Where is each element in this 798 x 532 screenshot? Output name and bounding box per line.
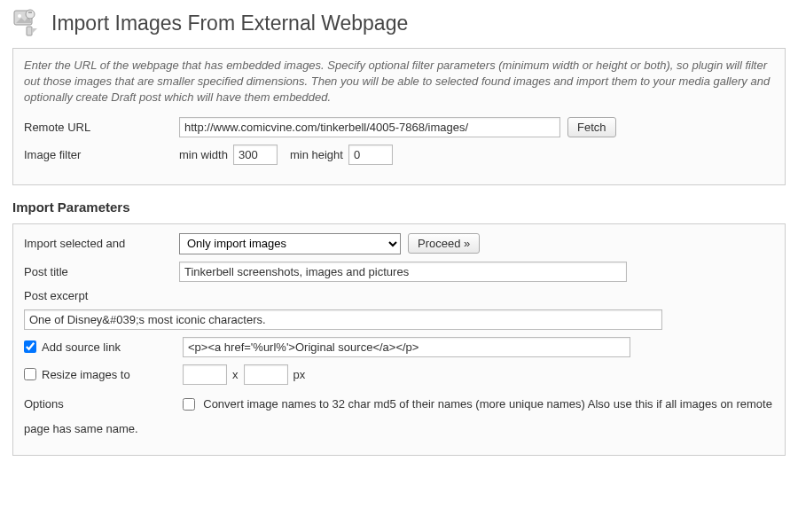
- min-width-input[interactable]: [233, 145, 278, 165]
- svg-rect-3: [28, 12, 32, 13]
- image-filter-label: Image filter: [24, 148, 179, 161]
- post-title-label: Post title: [24, 265, 179, 278]
- media-icon: [12, 7, 44, 39]
- svg-rect-4: [27, 27, 32, 35]
- post-excerpt-label: Post excerpt: [24, 289, 179, 302]
- remote-url-input[interactable]: [179, 117, 560, 137]
- add-source-link-checkbox[interactable]: [24, 340, 36, 353]
- proceed-button[interactable]: Proceed »: [408, 233, 480, 254]
- resize-separator: x: [232, 368, 239, 381]
- resize-height-input[interactable]: [244, 364, 288, 385]
- md5-names-label: Convert image names to 32 char md5 of th…: [203, 397, 585, 411]
- min-height-label: min height: [290, 148, 343, 161]
- resize-px-label: px: [293, 368, 306, 381]
- import-mode-select[interactable]: Only import images: [179, 233, 401, 254]
- help-text: Enter the URL of the webpage that has em…: [24, 58, 774, 106]
- add-source-link-label: Add source link: [42, 340, 183, 354]
- page-title: Import Images From External Webpage: [51, 12, 408, 35]
- resize-width-input[interactable]: [183, 364, 227, 385]
- options-label: Options: [24, 392, 179, 418]
- md5-names-checkbox[interactable]: [183, 398, 195, 411]
- resize-images-label: Resize images to: [42, 368, 183, 381]
- post-title-input[interactable]: [179, 262, 627, 282]
- import-panel: Import selected and Only import images P…: [12, 223, 786, 456]
- min-height-input[interactable]: [348, 145, 393, 165]
- fetch-panel: Enter the URL of the webpage that has em…: [12, 48, 786, 185]
- remote-url-label: Remote URL: [24, 121, 179, 134]
- fetch-button[interactable]: Fetch: [567, 117, 616, 137]
- source-link-input[interactable]: [183, 337, 630, 357]
- post-excerpt-input[interactable]: [24, 309, 662, 330]
- svg-point-2: [26, 10, 35, 19]
- import-parameters-heading: Import Parameters: [12, 200, 786, 215]
- resize-images-checkbox[interactable]: [24, 368, 36, 380]
- min-width-label: min width: [179, 148, 228, 161]
- svg-point-1: [18, 14, 21, 18]
- import-mode-label: Import selected and: [24, 237, 179, 250]
